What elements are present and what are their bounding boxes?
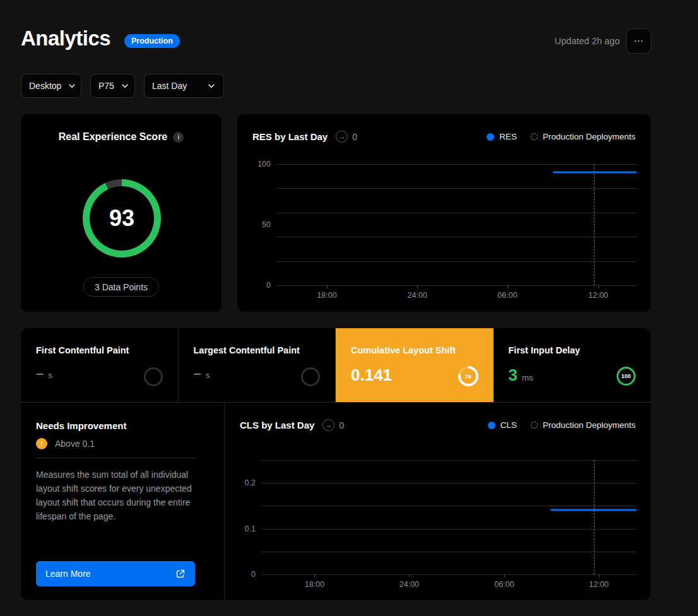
tab-first-input-delay[interactable]: First Input Delay 3 ms 100	[494, 328, 651, 402]
score-value: 93	[109, 205, 134, 232]
page-title: Analytics	[21, 27, 110, 50]
tab-title: First Input Delay	[509, 345, 636, 355]
divider	[36, 458, 195, 458]
learn-more-label: Learn More	[45, 569, 91, 579]
tab-largest-contentful-paint[interactable]: Largest Contentful Paint – s	[179, 328, 336, 402]
legend-item-res[interactable]: RES	[487, 132, 517, 141]
percentile-dropdown[interactable]: P75	[90, 74, 135, 98]
series-dot-icon	[487, 133, 494, 141]
y-axis-tick-label: 0	[266, 281, 271, 290]
x-axis-tick	[314, 574, 315, 578]
y-axis-tick-label: 0.2	[245, 478, 256, 487]
info-icon[interactable]: i	[173, 132, 184, 143]
gridline	[276, 213, 637, 213]
gridline	[261, 552, 637, 552]
tab-value: –	[194, 365, 201, 382]
legend-label: Production Deployments	[543, 132, 636, 141]
data-points-button[interactable]: 3 Data Points	[83, 277, 159, 297]
x-axis-tick	[327, 285, 328, 288]
tab-title: First Contentful Paint	[36, 345, 163, 355]
legend-label: RES	[499, 132, 517, 141]
y-axis-tick-label: 100	[257, 160, 271, 169]
y-axis-tick-label: 0.1	[245, 524, 256, 533]
percentile-dropdown-value: P75	[98, 81, 114, 91]
gridline	[261, 529, 637, 530]
x-axis-tick	[417, 285, 418, 288]
status-label: Above 0.1	[55, 439, 95, 449]
x-axis-tick-label: 24:00	[408, 291, 427, 300]
environment-badge: Production	[124, 34, 180, 48]
fid-score-ring: 100	[617, 367, 636, 386]
x-axis-tick-label: 12:00	[589, 580, 608, 589]
deployments-count[interactable]: → 0	[322, 419, 344, 431]
learn-more-button[interactable]: Learn More	[36, 561, 195, 586]
ellipsis-icon: ⋯	[634, 35, 644, 47]
x-axis-tick-label: 24:00	[399, 580, 419, 589]
tab-title: Largest Contentful Paint	[194, 345, 321, 355]
x-axis-tick-label: 06:00	[494, 580, 514, 589]
x-axis-tick-label: 18:00	[317, 291, 336, 300]
metric-description: Measures the sum total of all individual…	[36, 468, 198, 523]
empty-score-ring	[144, 367, 163, 386]
status-row: ! Above 0.1	[36, 438, 95, 449]
deployment-marker-line	[594, 460, 594, 574]
tab-first-contentful-paint[interactable]: First Contentful Paint – s	[21, 328, 179, 402]
dashed-circle-icon	[531, 133, 538, 140]
detail-heading: Needs Improvement	[36, 420, 126, 431]
legend-item-deployments[interactable]: Production Deployments	[531, 420, 636, 430]
external-link-icon	[175, 569, 186, 579]
deployments-count-value: 0	[339, 420, 344, 430]
deployments-count[interactable]: → 0	[336, 131, 357, 143]
legend-item-cls[interactable]: CLS	[488, 420, 517, 430]
metric-tabs: First Contentful Paint – s Largest Conte…	[21, 328, 651, 403]
tab-unit: s	[206, 370, 210, 380]
metric-detail-panel: Needs Improvement ! Above 0.1 Measures t…	[21, 403, 225, 600]
x-axis-tick-label: 18:00	[305, 580, 324, 589]
res-chart-card: RES by Last Day → 0 RES Production Deplo…	[237, 114, 651, 312]
warning-icon: !	[36, 438, 47, 449]
res-chart-title: RES by Last Day	[252, 131, 328, 142]
cls-chart-title: CLS by Last Day	[240, 420, 314, 430]
empty-score-ring	[301, 367, 320, 386]
circled-arrow-icon: →	[336, 131, 348, 143]
cls-legend: CLS Production Deployments	[488, 420, 636, 430]
gridline	[276, 285, 637, 286]
overflow-menu-button[interactable]: ⋯	[626, 28, 651, 54]
score-card-title: Real Experience Score	[59, 131, 168, 143]
time-range-dropdown[interactable]: Last Day	[144, 74, 224, 98]
res-plot-area: 10050018:0024:0006:0012:00	[276, 164, 637, 285]
gridline	[276, 261, 637, 262]
gridline	[261, 506, 637, 506]
legend-label: Production Deployments	[543, 420, 636, 430]
real-experience-score-card: Real Experience Score i 93 3 Data Points	[20, 114, 222, 312]
gridline	[261, 483, 637, 483]
updated-timestamp: Updated 2h ago	[555, 36, 620, 46]
device-dropdown[interactable]: Desktop	[21, 74, 81, 98]
device-dropdown-value: Desktop	[29, 81, 61, 91]
gridline	[276, 237, 637, 237]
tab-unit: ms	[522, 373, 533, 382]
x-axis-tick	[409, 574, 410, 578]
time-range-dropdown-value: Last Day	[152, 81, 187, 91]
tab-cumulative-layout-shift[interactable]: Cumulative Layout Shift 0.141 79	[336, 328, 494, 402]
cls-chart-section: CLS by Last Day → 0 CLS Production Deplo…	[225, 403, 651, 600]
y-axis-tick-label: 50	[262, 220, 271, 229]
x-axis-tick-label: 06:00	[497, 291, 517, 300]
x-axis-tick-label: 12:00	[588, 291, 608, 300]
dashed-circle-icon	[531, 422, 538, 429]
x-axis-tick	[599, 574, 600, 578]
gridline	[261, 460, 637, 461]
series-line-cls	[550, 509, 637, 511]
gridline	[276, 188, 637, 189]
tab-value: –	[36, 365, 44, 382]
y-axis-tick-label: 0	[251, 570, 256, 579]
legend-item-deployments[interactable]: Production Deployments	[531, 132, 636, 141]
cls-plot-area: 0.20.1018:0024:0006:0012:00	[261, 460, 637, 574]
score-gauge: 93	[83, 179, 161, 258]
deployments-count-value: 0	[352, 132, 357, 142]
ring-score-value: 100	[621, 373, 630, 379]
chevron-down-icon	[68, 81, 76, 90]
x-axis-tick	[504, 574, 505, 578]
deployment-marker-line	[594, 164, 594, 285]
legend-label: CLS	[500, 420, 517, 430]
